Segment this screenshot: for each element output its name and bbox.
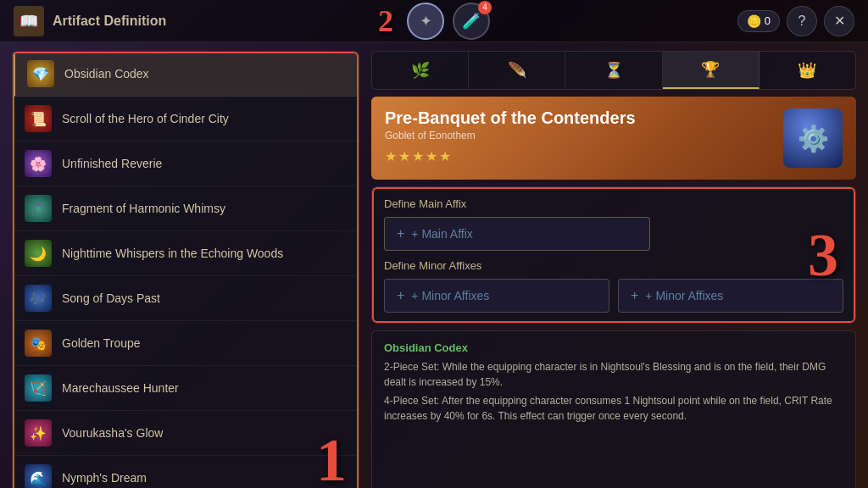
list-item-song-days-past[interactable]: 🎶 Song of Days Past <box>13 276 359 321</box>
artifact-type: Goblet of Eonothem <box>385 130 783 141</box>
content-area: 1 💎 Obsidian Codex 📜 Scroll of the Hero … <box>0 42 868 488</box>
obsidian-codex-label: Obsidian Codex <box>64 67 149 80</box>
main-affix-placeholder: + Main Affix <box>411 227 473 241</box>
tab-feather[interactable]: 🪶 <box>469 52 565 89</box>
header: 📖 Artifact Definition 2 ✦ 🧪 4 🪙 0 ? ✕ <box>0 0 868 42</box>
close-button[interactable]: ✕ <box>824 6 854 36</box>
vourukasha-label: Vourukasha's Glow <box>62 426 163 440</box>
coin-count: 0 <box>765 14 771 27</box>
extra-icon: 🧪 <box>462 12 481 30</box>
scroll-hero-icon: 📜 <box>25 105 52 132</box>
list-item-vourukasha[interactable]: ✨ Vourukasha's Glow <box>13 411 359 456</box>
header-icon: 📖 <box>14 6 44 36</box>
artifact-image: ⚙️ <box>783 108 843 168</box>
list-item-golden-troupe[interactable]: 🎭 Golden Troupe <box>13 321 359 366</box>
minor2-plus: + <box>631 288 638 303</box>
list-item-fragment-harmonic[interactable]: 🎵 Fragment of Harmonic Whimsy <box>13 186 359 231</box>
artifact-name: Pre-Banquet of the Contenders <box>385 108 783 128</box>
set-description: Obsidian Codex 2-Piece Set: While the eq… <box>371 330 856 488</box>
artifact-stars: ★★★★★ <box>385 148 783 164</box>
unfinished-reverie-icon: 🌸 <box>25 150 52 177</box>
nav-badge: 4 <box>478 1 492 14</box>
minor-affix-input-2[interactable]: + + Minor Affixes <box>618 279 843 313</box>
nav-extra-btn[interactable]: 🧪 4 <box>453 3 490 40</box>
obsidian-codex-icon: 💎 <box>27 60 54 87</box>
affixes-section: 3 Define Main Affix + + Main Affix Defin… <box>371 186 856 324</box>
help-icon: ? <box>798 14 806 29</box>
tab-crown[interactable]: 👑 <box>760 52 855 89</box>
golden-troupe-icon: 🎭 <box>25 330 52 357</box>
coin-icon: 🪙 <box>747 14 761 28</box>
header-right: 🪙 0 ? ✕ <box>737 6 854 36</box>
list-item-scroll-hero[interactable]: 📜 Scroll of the Hero of Cinder City <box>13 97 359 141</box>
set-desc-4pc: 4-Piece Set: After the equipping charact… <box>384 393 843 424</box>
minor-affix-2-placeholder: + Minor Affixes <box>645 289 723 302</box>
tab-hourglass[interactable]: ⏳ <box>565 52 662 89</box>
minor-affix-1-placeholder: + Minor Affixes <box>411 289 489 302</box>
minor-affix-label: Define Minor Affixes <box>384 259 843 272</box>
set-desc-2pc: 2-Piece Set: While the equipping charact… <box>384 359 843 390</box>
artifact-list-panel: 1 💎 Obsidian Codex 📜 Scroll of the Hero … <box>12 51 359 488</box>
badge-3: 3 <box>808 225 838 286</box>
close-icon: ✕ <box>834 13 845 29</box>
help-button[interactable]: ? <box>787 6 817 36</box>
marechaussee-icon: 🏹 <box>25 374 52 402</box>
scroll-hero-label: Scroll of the Hero of Cinder City <box>62 112 229 125</box>
fragment-harmonic-label: Fragment of Harmonic Whimsy <box>62 202 225 215</box>
list-item-obsidian-codex[interactable]: 💎 Obsidian Codex <box>13 52 359 97</box>
right-panel: 🌿 🪶 ⏳ 🏆 👑 Pre-Banquet of the Contenders … <box>371 51 856 488</box>
nighttime-whispers-label: Nighttime Whispers in the Echoing Woods <box>62 247 283 260</box>
list-item-unfinished-reverie[interactable]: 🌸 Unfinished Reverie <box>13 141 359 186</box>
minor-affixes-row: + + Minor Affixes + + Minor Affixes <box>384 279 843 313</box>
artifact-card: Pre-Banquet of the Contenders Goblet of … <box>371 97 856 180</box>
tab-cup[interactable]: 🏆 <box>663 52 760 89</box>
song-days-past-label: Song of Days Past <box>62 291 160 305</box>
minor1-plus: + <box>397 288 404 303</box>
tab-leaf[interactable]: 🌿 <box>372 52 469 89</box>
set-name: Obsidian Codex <box>384 341 843 354</box>
nav-number: 2 <box>378 6 393 36</box>
list-item-nymph-dream[interactable]: 🌊 Nymph's Dream <box>13 456 359 488</box>
nighttime-whispers-icon: 🌙 <box>25 240 52 267</box>
nymph-dream-label: Nymph's Dream <box>62 471 147 485</box>
main-affix-label: Define Main Affix <box>384 197 843 210</box>
tab-bar: 🌿 🪶 ⏳ 🏆 👑 <box>371 51 856 90</box>
golden-troupe-label: Golden Troupe <box>62 336 141 350</box>
nymph-dream-icon: 🌊 <box>25 464 52 488</box>
song-days-past-icon: 🎶 <box>25 285 52 312</box>
artifact-info: Pre-Banquet of the Contenders Goblet of … <box>385 108 783 164</box>
compass-icon: ✦ <box>420 12 432 30</box>
coin-display: 🪙 0 <box>737 10 780 32</box>
fragment-harmonic-icon: 🎵 <box>25 195 52 222</box>
nav-compass-btn[interactable]: ✦ <box>407 3 444 40</box>
vourukasha-icon: ✨ <box>25 419 52 446</box>
minor-affix-input-1[interactable]: + + Minor Affixes <box>384 279 609 313</box>
list-item-nighttime-whispers[interactable]: 🌙 Nighttime Whispers in the Echoing Wood… <box>13 231 359 276</box>
unfinished-reverie-label: Unfinished Reverie <box>62 157 162 170</box>
main-affix-input[interactable]: + + Main Affix <box>384 217 650 251</box>
list-item-marechaussee[interactable]: 🏹 Marechaussee Hunter <box>13 366 359 411</box>
marechaussee-label: Marechaussee Hunter <box>62 381 179 395</box>
header-nav: 2 ✦ 🧪 4 <box>378 3 490 40</box>
main-affix-plus: + <box>397 226 404 241</box>
